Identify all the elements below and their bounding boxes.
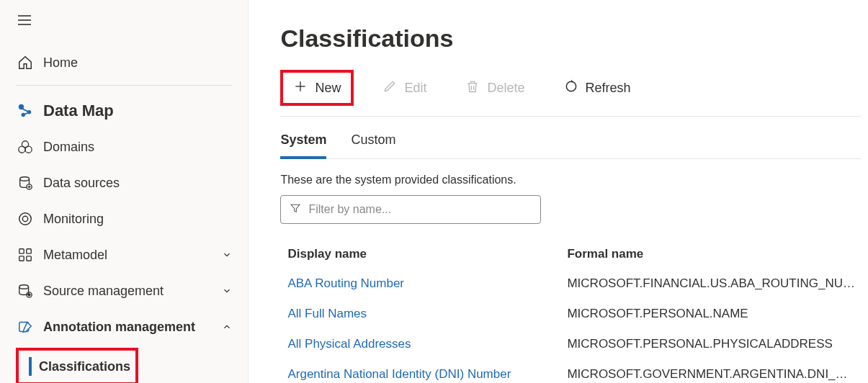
table-row[interactable]: ABA Routing Number MICROSOFT.FINANCIAL.U… (280, 269, 861, 299)
datasources-icon (16, 175, 35, 191)
table-row[interactable]: All Full Names MICROSOFT.PERSONAL.NAME (280, 299, 861, 329)
sidebar-item-label: Data sources (43, 176, 232, 191)
page-title: Classifications (280, 24, 861, 53)
sidebar-item-datasources[interactable]: Data sources (0, 165, 248, 201)
sidebar-item-monitoring[interactable]: Monitoring (0, 201, 248, 237)
cell-formal: MICROSOFT.PERSONAL.NAME (567, 299, 861, 328)
main-content: Classifications New Edit (249, 0, 868, 383)
sidebar-item-label: Metamodel (43, 248, 222, 263)
active-indicator (29, 357, 32, 376)
datamap-icon (16, 103, 35, 119)
delete-icon (465, 79, 480, 97)
cell-formal: MICROSOFT.PERSONAL.PHYSICALADDRESS (567, 330, 861, 359)
plus-icon (293, 79, 308, 97)
sidebar-item-label: Domains (43, 140, 232, 155)
sourcemanagement-icon (16, 283, 35, 299)
annotation-icon (16, 319, 35, 335)
sidebar-subitem-classifications-highlight: Classifications (16, 348, 138, 383)
filter-wrap[interactable] (280, 195, 541, 224)
col-display-name[interactable]: Display name (280, 240, 567, 269)
divider (16, 85, 232, 86)
svg-point-10 (25, 146, 32, 153)
sidebar-item-annotationmanagement[interactable]: Annotation management (0, 309, 248, 345)
cell-display[interactable]: All Physical Addresses (280, 330, 567, 359)
sidebar-subitem-classifications[interactable]: Classifications (19, 351, 135, 382)
tab-description: These are the system provided classifica… (280, 174, 861, 186)
svg-point-15 (19, 213, 32, 225)
hamburger-icon[interactable] (16, 19, 33, 31)
sidebar-item-label: Annotation management (43, 320, 222, 335)
svg-rect-20 (27, 256, 31, 261)
button-label: Delete (487, 81, 524, 96)
toolbar: New Edit Delete Refresh (280, 70, 861, 117)
table-row[interactable]: All Physical Addresses MICROSOFT.PERSONA… (280, 329, 861, 359)
sidebar-item-label: Classifications (39, 359, 130, 374)
col-formal-name[interactable]: Formal name (567, 240, 861, 269)
svg-rect-19 (19, 256, 24, 261)
monitoring-icon (16, 211, 35, 227)
domains-icon (16, 139, 35, 155)
cell-formal: MICROSOFT.FINANCIAL.US.ABA_ROUTING_NU… (567, 269, 861, 298)
metamodel-icon (16, 247, 35, 263)
chevron-down-icon (222, 286, 232, 296)
sidebar-item-domains[interactable]: Domains (0, 129, 248, 165)
refresh-icon (564, 79, 578, 97)
sidebar: Home Data Map Domains Data s (0, 0, 249, 383)
new-button[interactable]: New (283, 73, 351, 103)
sidebar-item-home[interactable]: Home (0, 45, 248, 81)
table-header: Display name Formal name (280, 240, 861, 269)
new-button-highlight: New (280, 70, 354, 106)
button-label: New (315, 81, 341, 96)
cell-display[interactable]: ABA Routing Number (280, 269, 567, 298)
classifications-table: Display name Formal name ABA Routing Num… (280, 240, 861, 383)
table-row[interactable]: Argentina National Identity (DNI) Number… (280, 359, 861, 383)
cell-formal: MICROSOFT.GOVERNMENT.ARGENTINA.DNI_… (567, 360, 861, 383)
filter-input[interactable] (308, 203, 532, 216)
svg-point-23 (28, 294, 30, 296)
tab-custom[interactable]: Custom (351, 130, 395, 158)
edit-icon (382, 79, 397, 97)
filter-icon (290, 202, 301, 217)
refresh-button[interactable]: Refresh (554, 73, 641, 103)
svg-rect-18 (27, 249, 31, 253)
cell-display[interactable]: Argentina National Identity (DNI) Number (280, 360, 567, 383)
sidebar-section-label: Data Map (43, 102, 232, 120)
cell-display[interactable]: All Full Names (280, 299, 567, 328)
sidebar-item-label: Home (43, 55, 232, 71)
svg-point-11 (20, 177, 30, 181)
edit-button: Edit (372, 73, 437, 103)
tab-system[interactable]: System (280, 130, 326, 159)
sidebar-item-sourcemanagement[interactable]: Source management (0, 273, 248, 309)
sidebar-item-metamodel[interactable]: Metamodel (0, 237, 248, 273)
svg-line-6 (22, 109, 27, 112)
sidebar-section-datamap[interactable]: Data Map (0, 93, 248, 129)
button-label: Refresh (586, 81, 631, 96)
svg-line-7 (24, 113, 28, 114)
sidebar-item-label: Source management (43, 284, 222, 299)
svg-point-16 (22, 216, 27, 221)
svg-point-21 (19, 285, 29, 289)
svg-point-9 (19, 146, 25, 153)
home-icon (16, 55, 35, 71)
chevron-down-icon (222, 250, 232, 260)
chevron-up-icon (222, 322, 232, 332)
svg-rect-17 (19, 249, 24, 253)
sidebar-item-label: Monitoring (43, 212, 232, 227)
button-label: Edit (404, 81, 426, 96)
tabs: System Custom (280, 130, 861, 159)
delete-button: Delete (455, 73, 534, 103)
